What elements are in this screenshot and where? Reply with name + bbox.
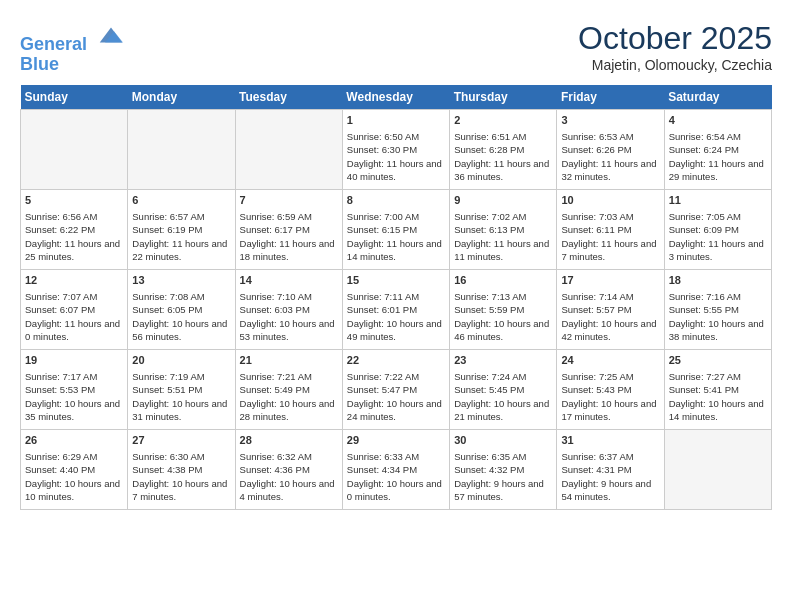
day-info: Sunrise: 6:57 AM Sunset: 6:19 PM Dayligh… (132, 210, 230, 263)
title-block: October 2025 Majetin, Olomoucky, Czechia (578, 20, 772, 73)
day-info: Sunrise: 7:21 AM Sunset: 5:49 PM Dayligh… (240, 370, 338, 423)
weekday-header-sunday: Sunday (21, 85, 128, 110)
calendar-cell: 9Sunrise: 7:02 AM Sunset: 6:13 PM Daylig… (450, 189, 557, 269)
calendar-cell: 5Sunrise: 6:56 AM Sunset: 6:22 PM Daylig… (21, 189, 128, 269)
calendar-cell: 23Sunrise: 7:24 AM Sunset: 5:45 PM Dayli… (450, 349, 557, 429)
day-info: Sunrise: 6:51 AM Sunset: 6:28 PM Dayligh… (454, 130, 552, 183)
day-number: 6 (132, 193, 230, 208)
day-info: Sunrise: 7:19 AM Sunset: 5:51 PM Dayligh… (132, 370, 230, 423)
day-number: 13 (132, 273, 230, 288)
day-number: 1 (347, 113, 445, 128)
calendar-cell (664, 429, 771, 509)
calendar-cell: 13Sunrise: 7:08 AM Sunset: 6:05 PM Dayli… (128, 269, 235, 349)
day-number: 18 (669, 273, 767, 288)
day-number: 17 (561, 273, 659, 288)
day-number: 27 (132, 433, 230, 448)
day-number: 22 (347, 353, 445, 368)
day-info: Sunrise: 6:50 AM Sunset: 6:30 PM Dayligh… (347, 130, 445, 183)
day-info: Sunrise: 7:10 AM Sunset: 6:03 PM Dayligh… (240, 290, 338, 343)
day-info: Sunrise: 6:32 AM Sunset: 4:36 PM Dayligh… (240, 450, 338, 503)
logo-general: General (20, 34, 87, 54)
day-info: Sunrise: 7:13 AM Sunset: 5:59 PM Dayligh… (454, 290, 552, 343)
day-info: Sunrise: 7:03 AM Sunset: 6:11 PM Dayligh… (561, 210, 659, 263)
day-number: 14 (240, 273, 338, 288)
weekday-header-wednesday: Wednesday (342, 85, 449, 110)
day-number: 21 (240, 353, 338, 368)
weekday-header-saturday: Saturday (664, 85, 771, 110)
day-info: Sunrise: 7:07 AM Sunset: 6:07 PM Dayligh… (25, 290, 123, 343)
calendar-cell: 21Sunrise: 7:21 AM Sunset: 5:49 PM Dayli… (235, 349, 342, 429)
day-info: Sunrise: 7:27 AM Sunset: 5:41 PM Dayligh… (669, 370, 767, 423)
calendar-cell (235, 109, 342, 189)
calendar-cell: 7Sunrise: 6:59 AM Sunset: 6:17 PM Daylig… (235, 189, 342, 269)
day-number: 23 (454, 353, 552, 368)
calendar-cell: 20Sunrise: 7:19 AM Sunset: 5:51 PM Dayli… (128, 349, 235, 429)
calendar-cell: 14Sunrise: 7:10 AM Sunset: 6:03 PM Dayli… (235, 269, 342, 349)
calendar-cell: 12Sunrise: 7:07 AM Sunset: 6:07 PM Dayli… (21, 269, 128, 349)
day-info: Sunrise: 6:33 AM Sunset: 4:34 PM Dayligh… (347, 450, 445, 503)
weekday-header-tuesday: Tuesday (235, 85, 342, 110)
day-info: Sunrise: 6:37 AM Sunset: 4:31 PM Dayligh… (561, 450, 659, 503)
calendar-table: SundayMondayTuesdayWednesdayThursdayFrid… (20, 85, 772, 510)
calendar-cell: 15Sunrise: 7:11 AM Sunset: 6:01 PM Dayli… (342, 269, 449, 349)
day-number: 3 (561, 113, 659, 128)
day-info: Sunrise: 6:59 AM Sunset: 6:17 PM Dayligh… (240, 210, 338, 263)
calendar-cell: 19Sunrise: 7:17 AM Sunset: 5:53 PM Dayli… (21, 349, 128, 429)
calendar-cell: 3Sunrise: 6:53 AM Sunset: 6:26 PM Daylig… (557, 109, 664, 189)
day-number: 2 (454, 113, 552, 128)
calendar-cell: 2Sunrise: 6:51 AM Sunset: 6:28 PM Daylig… (450, 109, 557, 189)
calendar-cell: 28Sunrise: 6:32 AM Sunset: 4:36 PM Dayli… (235, 429, 342, 509)
calendar-cell (128, 109, 235, 189)
week-row-5: 26Sunrise: 6:29 AM Sunset: 4:40 PM Dayli… (21, 429, 772, 509)
calendar-cell: 18Sunrise: 7:16 AM Sunset: 5:55 PM Dayli… (664, 269, 771, 349)
day-number: 11 (669, 193, 767, 208)
page-header: General Blue October 2025 Majetin, Olomo… (20, 20, 772, 75)
day-number: 5 (25, 193, 123, 208)
day-number: 31 (561, 433, 659, 448)
calendar-cell: 24Sunrise: 7:25 AM Sunset: 5:43 PM Dayli… (557, 349, 664, 429)
calendar-cell: 8Sunrise: 7:00 AM Sunset: 6:15 PM Daylig… (342, 189, 449, 269)
logo-icon (96, 20, 126, 50)
day-number: 15 (347, 273, 445, 288)
week-row-1: 1Sunrise: 6:50 AM Sunset: 6:30 PM Daylig… (21, 109, 772, 189)
day-number: 19 (25, 353, 123, 368)
day-info: Sunrise: 7:05 AM Sunset: 6:09 PM Dayligh… (669, 210, 767, 263)
calendar-cell: 22Sunrise: 7:22 AM Sunset: 5:47 PM Dayli… (342, 349, 449, 429)
day-info: Sunrise: 6:30 AM Sunset: 4:38 PM Dayligh… (132, 450, 230, 503)
calendar-cell: 6Sunrise: 6:57 AM Sunset: 6:19 PM Daylig… (128, 189, 235, 269)
calendar-cell: 16Sunrise: 7:13 AM Sunset: 5:59 PM Dayli… (450, 269, 557, 349)
logo: General Blue (20, 20, 126, 75)
month-title: October 2025 (578, 20, 772, 57)
location: Majetin, Olomoucky, Czechia (578, 57, 772, 73)
day-number: 29 (347, 433, 445, 448)
day-info: Sunrise: 7:25 AM Sunset: 5:43 PM Dayligh… (561, 370, 659, 423)
day-info: Sunrise: 7:00 AM Sunset: 6:15 PM Dayligh… (347, 210, 445, 263)
day-number: 26 (25, 433, 123, 448)
day-info: Sunrise: 7:16 AM Sunset: 5:55 PM Dayligh… (669, 290, 767, 343)
calendar-cell: 11Sunrise: 7:05 AM Sunset: 6:09 PM Dayli… (664, 189, 771, 269)
weekday-header-thursday: Thursday (450, 85, 557, 110)
day-info: Sunrise: 7:24 AM Sunset: 5:45 PM Dayligh… (454, 370, 552, 423)
day-info: Sunrise: 7:08 AM Sunset: 6:05 PM Dayligh… (132, 290, 230, 343)
day-info: Sunrise: 6:35 AM Sunset: 4:32 PM Dayligh… (454, 450, 552, 503)
day-info: Sunrise: 7:14 AM Sunset: 5:57 PM Dayligh… (561, 290, 659, 343)
day-info: Sunrise: 6:56 AM Sunset: 6:22 PM Dayligh… (25, 210, 123, 263)
weekday-header-row: SundayMondayTuesdayWednesdayThursdayFrid… (21, 85, 772, 110)
day-number: 25 (669, 353, 767, 368)
day-number: 8 (347, 193, 445, 208)
day-number: 10 (561, 193, 659, 208)
calendar-cell: 29Sunrise: 6:33 AM Sunset: 4:34 PM Dayli… (342, 429, 449, 509)
week-row-2: 5Sunrise: 6:56 AM Sunset: 6:22 PM Daylig… (21, 189, 772, 269)
day-info: Sunrise: 7:11 AM Sunset: 6:01 PM Dayligh… (347, 290, 445, 343)
calendar-cell: 27Sunrise: 6:30 AM Sunset: 4:38 PM Dayli… (128, 429, 235, 509)
day-number: 4 (669, 113, 767, 128)
day-info: Sunrise: 6:53 AM Sunset: 6:26 PM Dayligh… (561, 130, 659, 183)
calendar-cell: 25Sunrise: 7:27 AM Sunset: 5:41 PM Dayli… (664, 349, 771, 429)
calendar-cell: 10Sunrise: 7:03 AM Sunset: 6:11 PM Dayli… (557, 189, 664, 269)
day-number: 7 (240, 193, 338, 208)
day-number: 28 (240, 433, 338, 448)
calendar-cell: 26Sunrise: 6:29 AM Sunset: 4:40 PM Dayli… (21, 429, 128, 509)
day-number: 16 (454, 273, 552, 288)
calendar-cell: 30Sunrise: 6:35 AM Sunset: 4:32 PM Dayli… (450, 429, 557, 509)
calendar-cell (21, 109, 128, 189)
